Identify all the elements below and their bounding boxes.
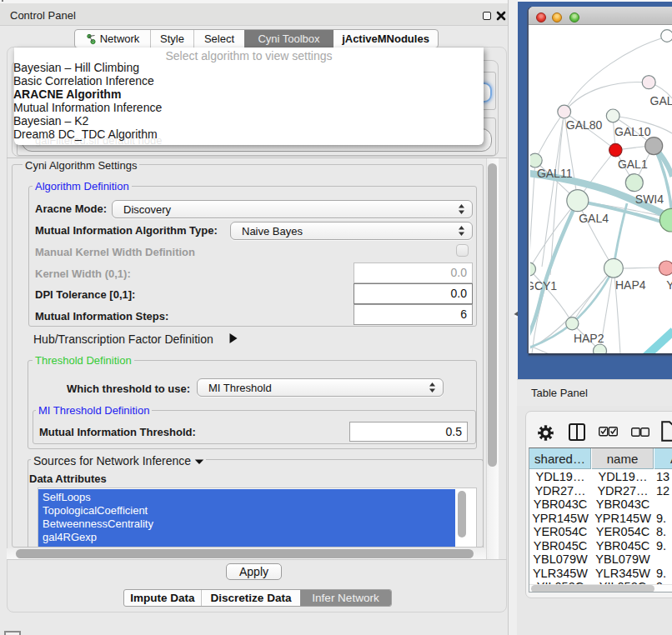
svg-text:GAL11: GAL11 (537, 167, 573, 180)
svg-text:Y: Y (666, 278, 672, 292)
svg-text:HAP2: HAP2 (574, 332, 604, 345)
svg-text:GAL80: GAL80 (566, 118, 603, 132)
svg-text:GAL10: GAL10 (614, 125, 651, 138)
svg-text:SWI4: SWI4 (635, 192, 664, 206)
svg-text:GCY1: GCY1 (530, 279, 557, 292)
svg-text:GAL4: GAL4 (579, 212, 609, 225)
svg-text:GAL: GAL (650, 94, 672, 108)
svg-text:HAP4: HAP4 (615, 278, 646, 292)
svg-text:GAL1: GAL1 (618, 158, 648, 171)
